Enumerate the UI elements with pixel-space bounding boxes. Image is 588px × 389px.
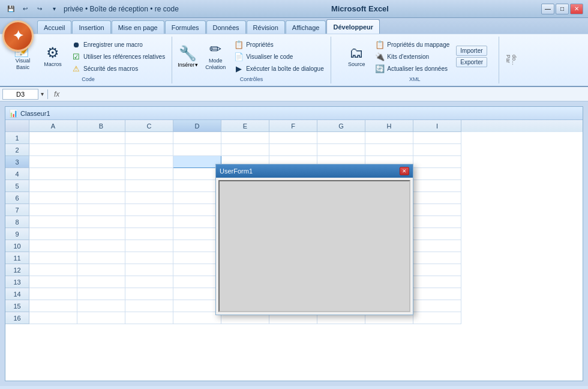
cell-ref-dropdown[interactable]: ▾: [41, 91, 44, 97]
cell[interactable]: [29, 300, 77, 312]
cell[interactable]: [125, 180, 173, 192]
cell[interactable]: [413, 228, 461, 240]
col-C[interactable]: C: [125, 120, 173, 132]
cell[interactable]: [77, 168, 125, 180]
cell[interactable]: [125, 192, 173, 204]
tab-accueil[interactable]: Accueil: [37, 20, 71, 34]
row-header-4[interactable]: 4: [5, 168, 29, 180]
cell[interactable]: [125, 156, 173, 168]
cell[interactable]: [365, 132, 413, 144]
cell[interactable]: [77, 228, 125, 240]
kits-extension-btn[interactable]: 🔌 Kits d'extension: [372, 51, 452, 62]
cell[interactable]: [413, 180, 461, 192]
formula-input[interactable]: [64, 89, 586, 100]
cell[interactable]: [29, 264, 77, 276]
row-header-10[interactable]: 10: [5, 240, 29, 252]
cell[interactable]: [29, 216, 77, 228]
cell[interactable]: [77, 156, 125, 168]
cell[interactable]: [413, 276, 461, 288]
row-header-13[interactable]: 13: [5, 276, 29, 288]
cell[interactable]: [125, 204, 173, 216]
cell[interactable]: [173, 312, 221, 324]
cell[interactable]: [29, 288, 77, 300]
cell[interactable]: [173, 264, 221, 276]
col-G[interactable]: G: [317, 120, 365, 132]
cell[interactable]: [173, 288, 221, 300]
col-I[interactable]: I: [413, 120, 461, 132]
userform-dialog[interactable]: UserForm1 ✕: [215, 164, 413, 315]
col-A[interactable]: A: [29, 120, 77, 132]
tab-revision[interactable]: Révision: [247, 20, 285, 34]
tab-affichage[interactable]: Affichage: [286, 20, 326, 34]
visualiser-code-btn[interactable]: 📄 Visualiser le code: [231, 51, 327, 62]
cell[interactable]: [413, 204, 461, 216]
actualiser-donnees-btn[interactable]: 🔄 Actualiser les données: [372, 63, 452, 74]
utiliser-references-btn[interactable]: ☑ Utiliser les références relatives: [68, 51, 168, 62]
cell[interactable]: [77, 264, 125, 276]
cell[interactable]: [317, 132, 365, 144]
cell[interactable]: [413, 144, 461, 156]
cell[interactable]: [125, 132, 173, 144]
cell[interactable]: [125, 240, 173, 252]
row-header-3[interactable]: 3: [5, 156, 29, 168]
maximize-btn[interactable]: □: [556, 4, 569, 14]
cell[interactable]: [413, 264, 461, 276]
cell[interactable]: [29, 240, 77, 252]
cell[interactable]: [173, 192, 221, 204]
tab-insertion[interactable]: Insertion: [72, 20, 110, 34]
cell[interactable]: [221, 144, 269, 156]
exporter-btn[interactable]: Exporter: [456, 57, 487, 67]
row-header-14[interactable]: 14: [5, 288, 29, 300]
cell[interactable]: [173, 276, 221, 288]
office-button[interactable]: ✦: [2, 20, 34, 52]
cell[interactable]: [413, 168, 461, 180]
cell[interactable]: [173, 156, 221, 168]
cell[interactable]: [365, 144, 413, 156]
executer-boite-btn[interactable]: ▶ Exécuter la boîte de dialogue: [231, 63, 327, 74]
tab-developpeur[interactable]: Développeur: [326, 19, 380, 34]
cell[interactable]: [317, 144, 365, 156]
cell[interactable]: [77, 252, 125, 264]
enregistrer-macro-btn[interactable]: ⏺ Enregistrer une macro: [68, 39, 168, 50]
cell[interactable]: [173, 240, 221, 252]
cell[interactable]: [125, 144, 173, 156]
col-B[interactable]: B: [77, 120, 125, 132]
cell[interactable]: [29, 276, 77, 288]
proprietes-btn[interactable]: 📋 Propriétés: [231, 39, 327, 50]
cell[interactable]: [173, 168, 221, 180]
cell[interactable]: [29, 180, 77, 192]
cell[interactable]: [125, 264, 173, 276]
cell[interactable]: [413, 216, 461, 228]
minimize-btn[interactable]: —: [541, 4, 554, 14]
cell[interactable]: [173, 204, 221, 216]
cell[interactable]: [125, 276, 173, 288]
col-D[interactable]: D: [173, 120, 221, 132]
row-header-15[interactable]: 15: [5, 300, 29, 312]
cell[interactable]: [29, 144, 77, 156]
cell[interactable]: [413, 240, 461, 252]
cell[interactable]: [77, 180, 125, 192]
cell[interactable]: [413, 288, 461, 300]
tab-formules[interactable]: Formules: [165, 20, 206, 34]
cell[interactable]: [173, 252, 221, 264]
cell[interactable]: [29, 228, 77, 240]
inserer-button[interactable]: 🔧 Insérer ▾: [176, 43, 200, 70]
row-header-16[interactable]: 16: [5, 312, 29, 324]
cell[interactable]: [173, 228, 221, 240]
qa-dropdown[interactable]: ▾: [48, 4, 60, 14]
cell[interactable]: [173, 180, 221, 192]
row-header-5[interactable]: 5: [5, 180, 29, 192]
cell[interactable]: [413, 252, 461, 264]
cell[interactable]: [125, 168, 173, 180]
cell[interactable]: [413, 300, 461, 312]
cell[interactable]: [173, 300, 221, 312]
redo-btn[interactable]: ↪: [34, 4, 46, 14]
col-H[interactable]: H: [365, 120, 413, 132]
source-button[interactable]: 🗂 Source: [342, 38, 371, 75]
cell[interactable]: [77, 300, 125, 312]
cell[interactable]: [173, 132, 221, 144]
undo-btn[interactable]: ↩: [19, 4, 31, 14]
save-quick-btn[interactable]: 💾: [5, 4, 17, 14]
cell[interactable]: [125, 216, 173, 228]
cell[interactable]: [125, 288, 173, 300]
